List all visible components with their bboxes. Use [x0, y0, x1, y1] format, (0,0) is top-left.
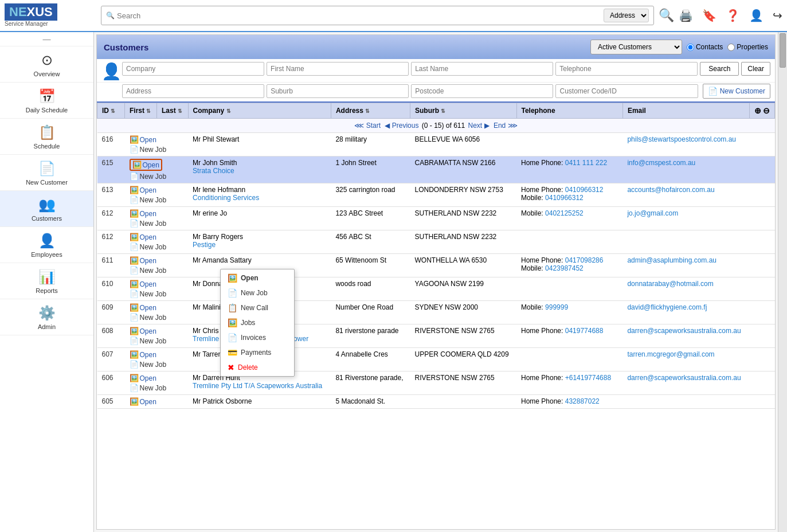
new-job-link-615[interactable]: 📄 New Job	[130, 172, 184, 181]
open-link-611[interactable]: 🖼️ Open	[130, 256, 184, 265]
row-email-610: donnatarabay@hotmail.com	[622, 277, 749, 301]
open-link-615[interactable]: 🖼️ Open	[130, 159, 184, 171]
search-type-select[interactable]: Address Name Phone Email	[604, 9, 649, 22]
row-address-612b: 456 ABC St	[331, 230, 410, 254]
context-invoices-icon: 📄	[228, 333, 237, 342]
page-prev[interactable]: ◀ Previous	[385, 122, 418, 130]
context-menu-delete[interactable]: ✖ Delete	[221, 360, 294, 375]
context-menu-new-job[interactable]: 📄 New Job	[221, 285, 294, 300]
open-link-607[interactable]: 🖼️ Open	[130, 350, 184, 359]
open-link-616[interactable]: 🖼️ Open	[130, 135, 184, 144]
scroll-thumb[interactable]	[780, 33, 786, 68]
new-job-link-610[interactable]: 📄 New Job	[130, 290, 184, 298]
new-job-link-611[interactable]: 📄 New Job	[130, 266, 184, 275]
open-link-606[interactable]: 🖼️ Open	[130, 374, 184, 382]
top-search-button[interactable]: 🔍	[659, 8, 674, 23]
open-link-608[interactable]: 🖼️ Open	[130, 327, 184, 335]
open-link-605[interactable]: 🖼️ Open	[130, 397, 184, 406]
context-menu-payments[interactable]: 💳 Payments	[221, 345, 294, 360]
new-job-link-612b[interactable]: 📄 New Job	[130, 242, 184, 251]
new-job-link-606[interactable]: 📄 New Job	[130, 384, 184, 392]
suburb-input[interactable]	[267, 84, 409, 98]
sidebar-item-daily-schedule[interactable]: 📅 Daily Schedule	[0, 83, 93, 119]
sidebar-item-employees[interactable]: 👤 Employees	[0, 227, 93, 263]
col-id[interactable]: ID ⇅	[97, 103, 125, 119]
col-company[interactable]: Company ⇅	[188, 103, 331, 119]
customercode-input[interactable]	[555, 84, 698, 98]
col-last[interactable]: Last ⇅	[156, 103, 188, 119]
sidebar-collapse-button[interactable]: —	[0, 32, 93, 46]
firstname-input[interactable]	[267, 62, 409, 76]
row-suburb-608: RIVERSTONE NSW 2765	[410, 324, 516, 348]
row-email-608: darren@scapeworksaustralia.com.au	[622, 324, 749, 348]
main-layout: — ⊙ Overview 📅 Daily Schedule 📋 Schedule…	[0, 32, 787, 532]
logout-button[interactable]: ↪	[773, 9, 782, 22]
right-scrollbar[interactable]	[778, 32, 787, 532]
remove-row-button[interactable]: ⊖	[763, 106, 770, 115]
col-suburb[interactable]: Suburb ⇅	[410, 103, 516, 119]
radio-properties[interactable]	[727, 44, 735, 51]
clear-button[interactable]: Clear	[741, 62, 770, 76]
row-suburb-613: LONDONDERRY NSW 2753	[410, 183, 516, 207]
sidebar-item-customers[interactable]: 👥 Customers	[0, 191, 93, 227]
sidebar-item-new-customer[interactable]: 📄 New Customer	[0, 155, 93, 191]
col-telephone[interactable]: Telephone	[516, 103, 622, 119]
sidebar-item-reports[interactable]: 📊 Reports	[0, 263, 93, 299]
context-menu-new-call[interactable]: 📋 New Call	[221, 300, 294, 315]
open-link-610[interactable]: 🖼️ Open	[130, 280, 184, 288]
open-link-612a[interactable]: 🖼️ Open	[130, 209, 184, 218]
col-first[interactable]: First ⇅	[125, 103, 157, 119]
add-row-button[interactable]: ⊕	[754, 106, 761, 115]
table-row: 608 🖼️ Open 📄 New Job Mr Chris Nattrass …	[97, 324, 775, 348]
context-menu-open[interactable]: 🖼️ Open	[221, 271, 294, 285]
postcode-input[interactable]	[411, 84, 553, 98]
new-job-link-609[interactable]: 📄 New Job	[130, 313, 184, 322]
new-job-link-612a[interactable]: 📄 New Job	[130, 219, 184, 228]
row-suburb-605	[410, 395, 516, 409]
bookmark-button[interactable]: 🔖	[702, 9, 716, 22]
context-menu-invoices[interactable]: 📄 Invoices	[221, 330, 294, 345]
new-customer-button[interactable]: 📄 New Customer	[703, 84, 770, 99]
col-email[interactable]: Email	[622, 103, 749, 119]
row-id-615: 615	[97, 157, 125, 183]
row-phone-605: Home Phone: 432887022	[516, 395, 622, 409]
context-menu-jobs[interactable]: 🖼️ Jobs	[221, 315, 294, 330]
search-input[interactable]	[117, 11, 601, 20]
row-name-613: Mr lene Hofmann Conditioning Services	[188, 183, 331, 207]
page-end[interactable]: End ⋙	[494, 122, 518, 130]
sidebar-item-overview[interactable]: ⊙ Overview	[0, 46, 93, 83]
row-address-615: 1 John Street	[331, 157, 410, 183]
company-input[interactable]	[122, 62, 264, 76]
help-button[interactable]: ❓	[726, 9, 740, 22]
new-job-link-608[interactable]: 📄 New Job	[130, 337, 184, 345]
new-job-link-613[interactable]: 📄 New Job	[130, 195, 184, 204]
new-job-link-616[interactable]: 📄 New Job	[130, 145, 184, 154]
open-link-612b[interactable]: 🖼️ Open	[130, 233, 184, 241]
telephone-input[interactable]	[555, 62, 698, 76]
print-button[interactable]: 🖨️	[679, 9, 693, 22]
sidebar-item-admin[interactable]: ⚙️ Admin	[0, 299, 93, 335]
page-start[interactable]: ⋘ Start	[354, 122, 381, 130]
open-link-609[interactable]: 🖼️ Open	[130, 303, 184, 312]
page-next[interactable]: Next ▶	[468, 122, 490, 130]
new-job-link-607[interactable]: 📄 New Job	[130, 360, 184, 369]
row-phone-615: Home Phone: 0411 111 222	[516, 157, 622, 183]
col-address[interactable]: Address ⇅	[331, 103, 410, 119]
row-actions-610: 🖼️ Open 📄 New Job	[125, 277, 189, 301]
search-button[interactable]: Search	[700, 62, 739, 76]
address-input[interactable]	[122, 84, 264, 98]
radio-contacts[interactable]	[687, 44, 694, 51]
row-address-608: 81 riverstone parade	[331, 324, 410, 348]
row-id-606: 606	[97, 371, 125, 395]
radio-properties-label[interactable]: Properties	[727, 43, 768, 51]
account-button[interactable]: 👤	[749, 9, 763, 22]
row-email-605	[622, 395, 749, 409]
customers-filter-select[interactable]: Active Customers All Customers Inactive …	[590, 40, 682, 54]
customers-icon: 👥	[38, 197, 56, 213]
sidebar-item-schedule[interactable]: 📋 Schedule	[0, 119, 93, 155]
sidebar-label-customers: Customers	[32, 215, 62, 222]
lastname-input[interactable]	[411, 62, 553, 76]
radio-contacts-label[interactable]: Contacts	[687, 43, 723, 51]
customer-form-icon: 👤	[101, 62, 120, 81]
open-link-613[interactable]: 🖼️ Open	[130, 186, 184, 194]
